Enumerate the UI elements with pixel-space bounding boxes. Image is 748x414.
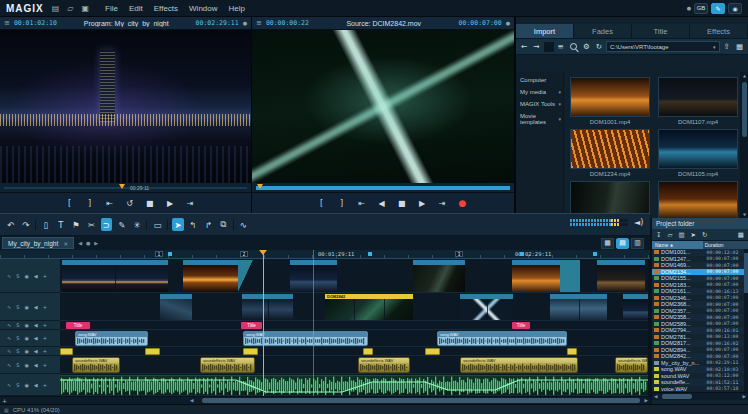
program-scrub-bar[interactable]: 00:29:11 [0,183,251,193]
video-clip[interactable] [460,294,513,320]
track-control-icon[interactable]: ◀ [34,382,38,388]
tab-nav-button[interactable]: ▶ [92,240,100,246]
monitor-menu-icon[interactable]: ≡ [4,19,10,27]
jump-end-button[interactable]: ⇥ [437,197,448,210]
video-clip[interactable] [512,260,560,292]
track-control-icon[interactable]: + [43,304,47,310]
video-thumbnail[interactable] [570,129,650,169]
olive-clip[interactable]: soundeffects.WAV [615,357,648,373]
close-icon[interactable]: × [63,240,68,247]
DOM2842...[interactable]: DOM2842... 00:00:07:00 [652,353,748,360]
video-clip[interactable] [160,294,192,320]
scroll-down-icon[interactable]: ▼ [741,212,748,217]
track-control-icon[interactable]: S [16,362,19,368]
scrollbar-thumb[interactable] [742,82,747,137]
track-control-icon[interactable]: + [43,348,47,354]
timeline-ruler[interactable]: 00:01:29:1100:02:29:11 123 [0,250,650,259]
track-control-icon[interactable]: ∿ [7,382,11,388]
track-control-icon[interactable]: ∿ [7,335,11,341]
scrollbar-thumb[interactable] [744,253,748,293]
video-thumbnail[interactable] [658,129,738,169]
video-clip[interactable] [597,260,645,292]
project-hscrollbar[interactable]: ◀ ▶ [652,392,748,400]
save-project-icon[interactable]: ▣ [82,4,90,13]
sfx-clip[interactable] [243,348,258,355]
scrub-playhead-marker[interactable] [119,184,125,189]
title-clip[interactable]: Title [512,322,530,329]
options-button[interactable]: ⚙ [581,40,592,53]
mixer-button[interactable]: ▦ [601,238,614,249]
jump-end-button[interactable]: ⇥ [185,197,196,210]
track-control-icon[interactable]: S [16,335,19,341]
track-control-icon[interactable]: ◉ [24,322,28,328]
track-control-icon[interactable]: + [43,362,47,368]
monitor-options-icon[interactable]: ● [243,20,247,26]
DOM2368...[interactable]: DOM2368... 00:00:07:00 [652,301,748,308]
import-button[interactable]: ↧ [654,230,663,240]
media-pool-tab[interactable]: Effects [690,24,748,38]
track-control-icon[interactable]: ∿ [7,348,11,354]
media-pool-tab[interactable]: Title [632,24,690,38]
DOM2794...[interactable]: DOM2794... 00:00:16:01 [652,327,748,334]
chapter-marker-button[interactable]: ⚑ [70,218,82,231]
DOM1107.mp4[interactable]: DOM1107.mp4 [658,77,738,126]
fadeout-clip[interactable] [238,260,253,292]
effects-button[interactable]: ✳ [131,218,142,231]
DOM1001.mp4[interactable]: DOM1001.mp4 [570,77,650,126]
olive-clip[interactable]: soundeffects.WAV [200,357,255,373]
sidebar-item[interactable]: Computer [516,74,563,86]
program-video-display[interactable] [0,30,251,183]
video-clip[interactable] [623,294,648,320]
new-folder-button[interactable]: ▱ [665,230,674,240]
menu-item[interactable]: Window [189,4,217,13]
set-in-button[interactable]: [ [64,197,75,210]
chapter-marker[interactable]: 3 [455,251,463,257]
DOM1469...[interactable]: DOM1469... 00:00:07:00 [652,262,748,269]
source-video-display[interactable] [252,30,514,183]
track-control-icon[interactable]: ◀ [34,362,38,368]
title-clip[interactable]: Title [241,322,262,329]
path-dropdown[interactable]: C:\Users\VRT\footage ▾ [606,41,720,52]
tool-button[interactable] [35,220,36,230]
range-end-marker[interactable] [313,250,314,396]
sfx-clip[interactable] [425,348,440,355]
track-header-ambience[interactable]: ∿S◉◀+ [0,356,60,374]
tool-button[interactable] [233,220,234,230]
track-header-music[interactable]: ∿S◉◀+ [0,374,60,396]
scroll-up-icon[interactable]: ▲ [741,73,748,78]
set-out-button[interactable]: ] [336,197,347,210]
track-control-icon[interactable]: + [43,322,47,328]
track-control-icon[interactable]: S [16,322,19,328]
plain-clip[interactable] [560,260,580,292]
video-clip[interactable]: DOM2842 [325,294,413,320]
menu-item[interactable]: Effects [154,4,178,13]
cue-marker[interactable] [368,252,372,256]
video-thumbnail[interactable] [658,181,738,221]
refresh-button[interactable]: ↻ [700,230,709,240]
mouse-mode-single-button[interactable]: ↰ [188,218,199,231]
wave-clip[interactable]: sound.WAV [60,375,648,395]
sidebar-item[interactable]: MAGIX Tools ▾ [516,98,563,110]
cue-marker[interactable] [520,252,524,256]
pool-tool-button[interactable] [544,42,554,52]
cue-marker[interactable] [168,252,172,256]
track-header-titles[interactable]: ∿S◉◀+ [0,321,60,330]
DOM2358...[interactable]: DOM2358... 00:00:07:00 [652,314,748,321]
mouse-mode-button[interactable]: ➤ [172,218,183,231]
monitor-options-icon[interactable]: ● [506,20,510,26]
track-control-icon[interactable]: ◉ [24,304,28,310]
media-pool-toggle-button[interactable]: ▤ [616,238,629,249]
title-button[interactable]: T [55,218,66,231]
sidebar-item[interactable]: Movie templates ▾ [516,110,563,128]
scroll-right-icon[interactable]: ▶ [645,398,648,403]
video-clip[interactable] [183,260,238,292]
track-header-video-2[interactable]: ∿S◉◀+ [0,293,60,321]
DOM1001...[interactable]: DOM1001... 00:00:12:02 [652,249,748,256]
video-thumbnail[interactable] [570,77,650,117]
scroll-left-icon[interactable]: ◀ [654,394,657,399]
track-control-icon[interactable]: ◀ [34,273,38,279]
monitor-menu-icon[interactable]: ≡ [256,19,262,27]
media-pool-tab[interactable]: Import [516,24,574,38]
language-badge[interactable]: GB [694,3,708,14]
name-column-header[interactable]: Name ▲ [652,241,703,249]
